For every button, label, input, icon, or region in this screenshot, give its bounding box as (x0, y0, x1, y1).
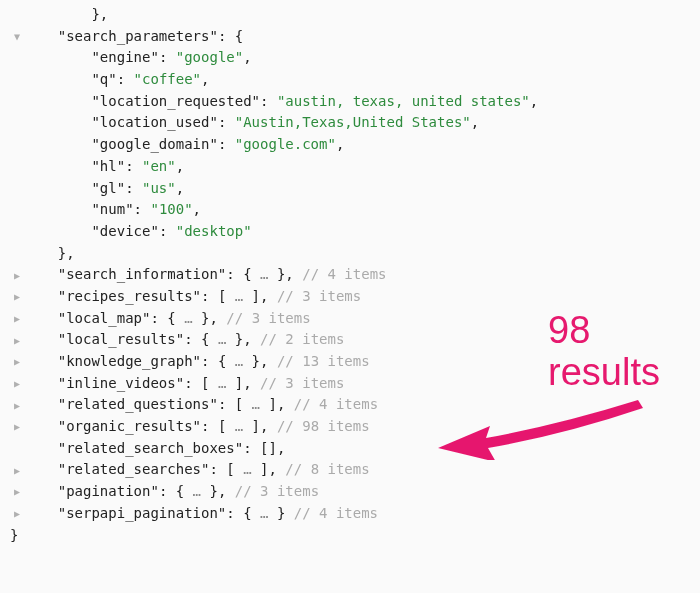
collapsed-line-related-searches[interactable]: "related_searches": [ … ], // 8 items (10, 459, 700, 481)
caret-right-icon[interactable] (10, 419, 24, 435)
param-line: "google_domain": "google.com", (10, 134, 700, 156)
caret-right-icon[interactable] (10, 311, 24, 327)
caret-right-icon[interactable] (10, 268, 24, 284)
search-parameters-key-line[interactable]: "search_parameters": { (10, 26, 700, 48)
param-line: "location_requested": "austin, texas, un… (10, 91, 700, 113)
caret-right-icon[interactable] (10, 354, 24, 370)
param-line: "location_used": "Austin,Texas,United St… (10, 112, 700, 134)
annotation-label: 98 results (548, 310, 660, 394)
json-viewer: }, "search_parameters": { "engine": "goo… (0, 4, 700, 546)
caret-right-icon[interactable] (10, 289, 24, 305)
caret-right-icon[interactable] (10, 398, 24, 414)
caret-right-icon[interactable] (10, 376, 24, 392)
param-line: "device": "desktop" (10, 221, 700, 243)
param-line: "num": "100", (10, 199, 700, 221)
caret-down-icon[interactable] (10, 29, 24, 45)
caret-right-icon[interactable] (10, 333, 24, 349)
search-parameters-close: }, (10, 243, 700, 265)
collapsed-line-search-information[interactable]: "search_information": { … }, // 4 items (10, 264, 700, 286)
param-line: "hl": "en", (10, 156, 700, 178)
collapsed-line-recipes-results[interactable]: "recipes_results": [ … ], // 3 items (10, 286, 700, 308)
root-close: } (10, 525, 700, 547)
annotation-callout: 98 results (548, 310, 660, 394)
caret-right-icon[interactable] (10, 484, 24, 500)
caret-right-icon[interactable] (10, 506, 24, 522)
param-line: "q": "coffee", (10, 69, 700, 91)
param-line: "gl": "us", (10, 178, 700, 200)
expanded-key: search_parameters (66, 28, 209, 44)
caret-right-icon[interactable] (10, 463, 24, 479)
collapsed-line-serpapi-pagination[interactable]: "serpapi_pagination": { … } // 4 items (10, 503, 700, 525)
collapsed-line-pagination[interactable]: "pagination": { … }, // 3 items (10, 481, 700, 503)
prev-sibling-close: }, (10, 4, 700, 26)
arrow-icon (438, 390, 648, 460)
param-line: "engine": "google", (10, 47, 700, 69)
